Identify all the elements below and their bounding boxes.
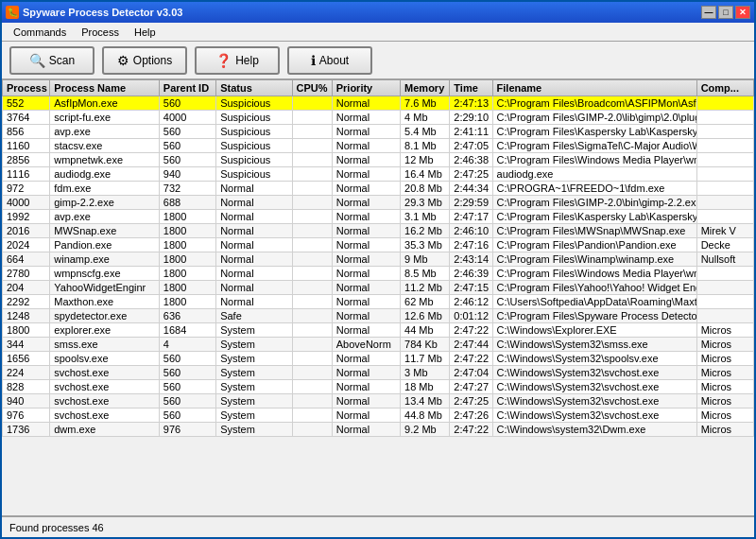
col-header-memory[interactable]: Memory [401, 80, 450, 96]
main-window: 🐛 Spyware Process Detector v3.03 — □ ✕ C… [0, 0, 756, 539]
status-text: Found processes 46 [9, 522, 104, 533]
col-header-parent[interactable]: Parent ID [159, 80, 215, 96]
table-row[interactable]: 1116audiodg.exe940SuspiciousNormal16.4 M… [3, 167, 754, 182]
cell-time: 2:47:27 [450, 380, 492, 394]
table-row[interactable]: 344smss.exe4SystemAboveNorm784 Kb2:47:44… [3, 338, 754, 352]
cell-cpu [292, 153, 332, 167]
title-bar-left: 🐛 Spyware Process Detector v3.03 [6, 6, 182, 19]
table-row[interactable]: 552AsfIpMon.exe560SuspiciousNormal7.6 Mb… [3, 96, 754, 111]
cell-name: stacsv.exe [50, 139, 160, 153]
col-header-filename[interactable]: Filename [492, 80, 696, 96]
table-row[interactable]: 1160stacsv.exe560SuspiciousNormal8.1 Mb2… [3, 139, 754, 153]
table-row[interactable]: 1248spydetector.exe636SafeNormal12.6 Mb0… [3, 309, 754, 323]
cell-memory: 11.7 Mb [401, 352, 450, 366]
table-row[interactable]: 224svchost.exe560SystemNormal3 Mb2:47:04… [3, 366, 754, 380]
cell-priority: Normal [332, 224, 400, 238]
cell-filename: C:\Windows\System32\svchost.exe [492, 380, 696, 394]
cell-parent: 4000 [159, 111, 215, 125]
cell-cpu [292, 224, 332, 238]
col-header-status[interactable]: Status [216, 80, 292, 96]
table-row[interactable]: 940svchost.exe560SystemNormal13.4 Mb2:47… [3, 394, 754, 409]
col-header-time[interactable]: Time [450, 80, 492, 96]
menu-help[interactable]: Help [127, 25, 163, 40]
cell-company: Micros [696, 423, 753, 437]
table-row[interactable]: 2856wmpnetwk.exe560SuspiciousNormal12 Mb… [3, 153, 754, 167]
cell-status: Normal [216, 281, 292, 295]
table-row[interactable]: 3764script-fu.exe4000SuspiciousNormal4 M… [3, 111, 754, 125]
table-row[interactable]: 204YahooWidgetEnginr1800NormalNormal11.2… [3, 281, 754, 295]
cell-time: 2:29:10 [450, 111, 492, 125]
table-row[interactable]: 1800explorer.exe1684SystemNormal44 Mb2:4… [3, 323, 754, 338]
cell-priority: Normal [332, 409, 400, 423]
cell-cpu [292, 167, 332, 182]
table-row[interactable]: 2292Maxthon.exe1800NormalNormal62 Mb2:46… [3, 295, 754, 309]
table-row[interactable]: 2016MWSnap.exe1800NormalNormal16.2 Mb2:4… [3, 224, 754, 238]
table-row[interactable]: 976svchost.exe560SystemNormal44.8 Mb2:47… [3, 409, 754, 423]
cell-name: svchost.exe [50, 366, 160, 380]
cell-filename: C:\Program Files\Windows Media Player\wm… [492, 267, 696, 281]
cell-company [696, 267, 753, 281]
table-row[interactable]: 1992avp.exe1800NormalNormal3.1 Mb2:47:17… [3, 210, 754, 224]
cell-memory: 8.1 Mb [401, 139, 450, 153]
cell-status: Normal [216, 182, 292, 196]
cell-memory: 9.2 Mb [401, 423, 450, 437]
table-row[interactable]: 828svchost.exe560SystemNormal18 Mb2:47:2… [3, 380, 754, 394]
about-label: About [319, 54, 349, 67]
scan-button[interactable]: 🔍 Scan [9, 46, 94, 75]
help-button[interactable]: ❓ Help [195, 46, 280, 75]
cell-name: wmpnetwk.exe [50, 153, 160, 167]
cell-status: Normal [216, 295, 292, 309]
table-row[interactable]: 856avp.exe560SuspiciousNormal5.4 Mb2:41:… [3, 125, 754, 139]
cell-pid: 204 [3, 281, 50, 295]
table-row[interactable]: 972fdm.exe732NormalNormal20.8 Mb2:44:34C… [3, 182, 754, 196]
process-table-container[interactable]: Process ID Process Name Parent ID Status… [2, 79, 754, 516]
table-row[interactable]: 2024Pandion.exe1800NormalNormal35.3 Mb2:… [3, 238, 754, 252]
cell-cpu [292, 238, 332, 252]
cell-filename: C:\Windows\System32\svchost.exe [492, 366, 696, 380]
process-table: Process ID Process Name Parent ID Status… [2, 79, 754, 437]
cell-status: Suspicious [216, 111, 292, 125]
cell-pid: 4000 [3, 196, 50, 210]
cell-name: gimp-2.2.exe [50, 196, 160, 210]
table-row[interactable]: 1736dwm.exe976SystemNormal9.2 Mb2:47:22C… [3, 423, 754, 437]
cell-name: wmpnscfg.exe [50, 267, 160, 281]
cell-parent: 1800 [159, 267, 215, 281]
col-header-pid[interactable]: Process ID [3, 80, 50, 96]
minimize-button[interactable]: — [701, 6, 716, 19]
cell-priority: Normal [332, 182, 400, 196]
table-row[interactable]: 2780wmpnscfg.exe1800NormalNormal8.5 Mb2:… [3, 267, 754, 281]
cell-cpu [292, 210, 332, 224]
cell-name: avp.exe [50, 125, 160, 139]
cell-filename: C:\Program Files\Winamp\winamp.exe [492, 252, 696, 267]
toolbar: 🔍 Scan ⚙ Options ❓ Help ℹ About [2, 42, 754, 79]
about-button[interactable]: ℹ About [287, 46, 372, 75]
cell-name: AsfIpMon.exe [50, 96, 160, 111]
cell-status: System [216, 338, 292, 352]
col-header-cpu[interactable]: CPU% [292, 80, 332, 96]
menu-process[interactable]: Process [74, 25, 127, 40]
cell-time: 2:47:13 [450, 96, 492, 111]
options-button[interactable]: ⚙ Options [102, 46, 187, 75]
maximize-button[interactable]: □ [718, 6, 733, 19]
table-row[interactable]: 4000gimp-2.2.exe688NormalNormal29.3 Mb2:… [3, 196, 754, 210]
cell-status: Normal [216, 238, 292, 252]
menu-commands[interactable]: Commands [6, 25, 74, 40]
col-header-name[interactable]: Process Name [50, 80, 160, 96]
cell-company: Micros [696, 394, 753, 409]
close-button[interactable]: ✕ [735, 6, 750, 19]
cell-priority: Normal [332, 423, 400, 437]
cell-company [696, 182, 753, 196]
cell-name: svchost.exe [50, 409, 160, 423]
col-header-priority[interactable]: Priority [332, 80, 400, 96]
table-row[interactable]: 1656spoolsv.exe560SystemNormal11.7 Mb2:4… [3, 352, 754, 366]
cell-company [696, 125, 753, 139]
cell-status: Safe [216, 309, 292, 323]
col-header-company[interactable]: Comp... [696, 80, 753, 96]
cell-parent: 560 [159, 380, 215, 394]
table-row[interactable]: 664winamp.exe1800NormalNormal9 Mb2:43:14… [3, 252, 754, 267]
cell-priority: Normal [332, 323, 400, 338]
cell-filename: C:\Program Files\SigmaTel\C-Major Audio\… [492, 139, 696, 153]
cell-filename: C:\Program Files\Broadcom\ASFIPMon\AsfIp… [492, 96, 696, 111]
cell-company [696, 281, 753, 295]
cell-memory: 44.8 Mb [401, 409, 450, 423]
